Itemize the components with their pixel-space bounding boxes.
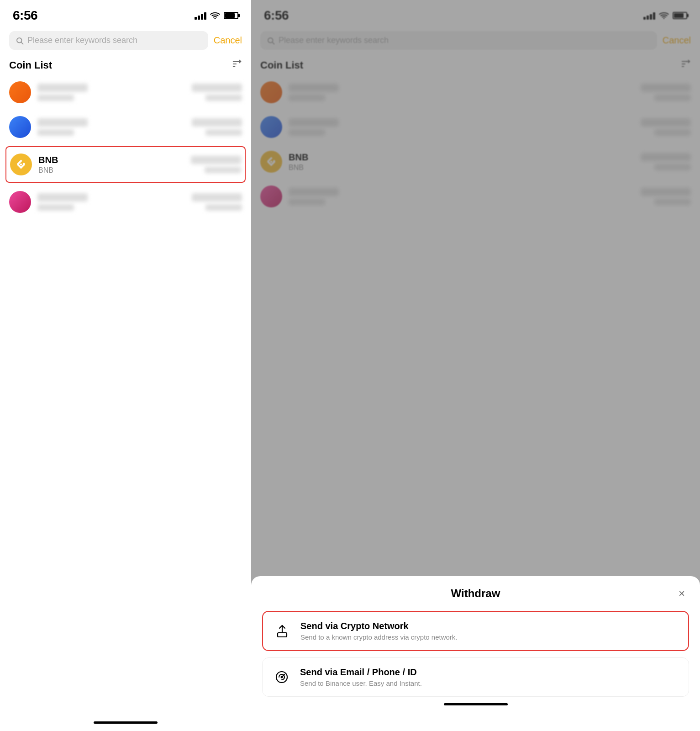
bnb-list-item[interactable]: BNB BNB — [5, 146, 246, 183]
list-item[interactable] — [0, 110, 251, 144]
email-phone-text: Send via Email / Phone / ID Send to Bina… — [300, 667, 679, 687]
send-email-phone-option[interactable]: Send via Email / Phone / ID Send to Bina… — [262, 657, 689, 697]
left-coin-list-header: Coin List — [0, 53, 251, 75]
modal-close-button[interactable]: × — [674, 586, 689, 601]
bnb-val2-blurred — [205, 167, 241, 173]
left-phone-panel: 6:56 Please en — [0, 0, 251, 731]
coin-val-blurred-2 — [192, 118, 242, 127]
left-search-container: Please enter keywords search Cancel — [0, 27, 251, 53]
coin-logo-orange — [9, 81, 31, 103]
coin-value-2 — [192, 118, 242, 136]
battery-icon — [224, 12, 238, 19]
coin-val-blurred-4 — [192, 193, 242, 201]
left-cancel-button[interactable]: Cancel — [214, 35, 242, 46]
crypto-network-desc: Send to a known crypto address via crypt… — [300, 633, 679, 641]
coin-val-blurred-1 — [192, 84, 242, 92]
crypto-network-icon — [272, 621, 292, 641]
bnb-logo — [10, 154, 32, 175]
left-home-indicator — [94, 721, 158, 724]
battery-fill — [225, 13, 235, 18]
signal-bar-4 — [204, 12, 206, 20]
signal-bar-2 — [198, 16, 200, 20]
right-home-indicator — [444, 703, 508, 705]
left-coin-list: BNB BNB — [0, 75, 251, 717]
bnb-name: BNB — [38, 155, 184, 165]
coin-info-4 — [37, 193, 185, 211]
coin-name-blurred-1 — [37, 84, 88, 92]
send-crypto-network-option[interactable]: Send via Crypto Network Send to a known … — [262, 611, 689, 651]
left-status-time: 6:56 — [13, 8, 37, 23]
coin-symbol-blurred-1 — [37, 95, 74, 101]
list-item[interactable] — [0, 75, 251, 110]
coin-name-blurred-4 — [37, 193, 88, 201]
left-search-placeholder: Please enter keywords search — [27, 36, 202, 45]
coin-val2-blurred-1 — [205, 95, 242, 101]
svg-rect-14 — [278, 633, 287, 637]
svg-point-0 — [215, 18, 216, 19]
signal-bar-3 — [201, 14, 203, 20]
search-icon — [16, 37, 24, 45]
signal-bar-1 — [195, 17, 197, 20]
svg-line-2 — [21, 42, 23, 44]
left-coin-list-title: Coin List — [9, 59, 52, 71]
coin-symbol-blurred-4 — [37, 204, 74, 211]
modal-title: Withdraw — [451, 587, 500, 600]
bnb-value — [191, 156, 241, 173]
bnb-symbol: BNB — [38, 166, 184, 175]
left-status-icons — [195, 11, 238, 20]
withdraw-modal: Withdraw × Send via Crypto Network Send … — [251, 576, 700, 731]
modal-header: Withdraw × — [262, 587, 689, 600]
coin-name-blurred-2 — [37, 118, 88, 127]
email-phone-desc: Send to Binance user. Easy and Instant. — [300, 679, 679, 687]
coin-info-2 — [37, 118, 185, 136]
crypto-network-title: Send via Crypto Network — [300, 621, 679, 631]
bnb-coin-info: BNB BNB — [38, 155, 184, 175]
coin-logo-pink — [9, 191, 31, 213]
left-status-bar: 6:56 — [0, 0, 251, 27]
coin-val2-blurred-4 — [205, 204, 242, 211]
coin-value-1 — [192, 84, 242, 101]
coin-value-4 — [192, 193, 242, 211]
coin-val2-blurred-2 — [205, 129, 242, 136]
wifi-icon — [210, 12, 220, 19]
right-phone-panel: 6:56 — [251, 0, 700, 731]
coin-symbol-blurred-2 — [37, 129, 74, 136]
left-search-bar[interactable]: Please enter keywords search — [9, 31, 208, 50]
bnb-val-blurred — [191, 156, 241, 164]
crypto-network-text: Send via Crypto Network Send to a known … — [300, 621, 679, 641]
email-phone-title: Send via Email / Phone / ID — [300, 667, 679, 678]
signal-icon — [195, 11, 206, 20]
sort-icon[interactable] — [232, 59, 242, 71]
email-phone-icon — [272, 667, 292, 687]
coin-info-1 — [37, 84, 185, 101]
coin-logo-blue — [9, 116, 31, 138]
list-item[interactable] — [0, 185, 251, 219]
